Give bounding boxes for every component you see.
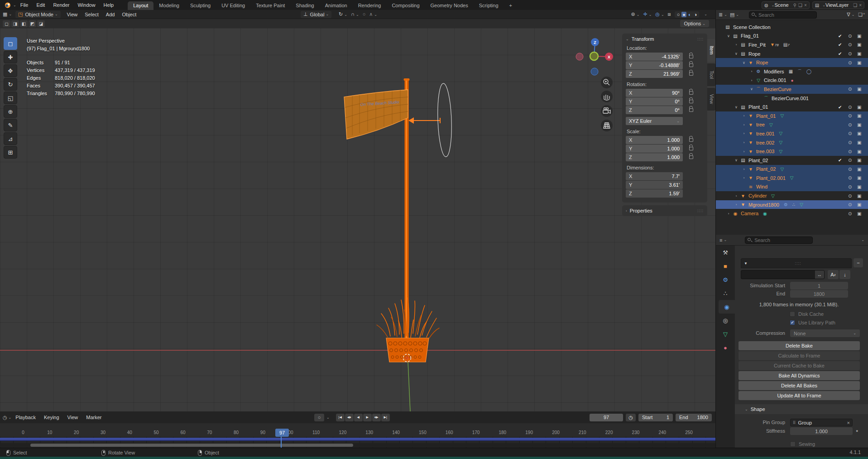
transform-value-field[interactable]: X90°: [626, 89, 683, 97]
object-name[interactable]: BezierCurve: [764, 87, 791, 92]
disable-render-icon[interactable]: ▣: [857, 51, 861, 56]
filter-icon[interactable]: ∇: [847, 12, 850, 18]
object-name[interactable]: BezierCurve.001: [772, 96, 809, 101]
bake-button[interactable]: Calculate to Frame: [739, 351, 860, 360]
tool-button[interactable]: ✎: [4, 119, 17, 131]
playback-button[interactable]: ▶: [363, 414, 372, 421]
hide-viewport-icon[interactable]: ⊙: [848, 87, 852, 92]
hide-viewport-icon[interactable]: ⊙: [848, 122, 852, 127]
tool-button[interactable]: ◱: [4, 92, 17, 104]
object-name[interactable]: Fire_Pit: [748, 42, 766, 48]
object-name[interactable]: tree.001: [756, 131, 774, 136]
sim-start-field[interactable]: 1: [790, 282, 848, 290]
workspace-tab[interactable]: Texture Paint: [250, 1, 290, 10]
outliner-row[interactable]: › ▼ Plant_02.001 ▽ ⊙ ▣: [716, 174, 868, 183]
mode-selector[interactable]: ◳ Object Mode⌄: [15, 11, 60, 18]
expander-icon[interactable]: ›: [733, 43, 739, 47]
timeline-menu-item[interactable]: Keying: [40, 415, 63, 420]
timeline-menu-item[interactable]: View: [63, 415, 82, 420]
properties-search-input[interactable]: [745, 237, 813, 244]
outliner-row[interactable]: › ▼ Cylinder ▽ ⊙ ▣: [716, 191, 868, 200]
unlink-scene-icon[interactable]: ×: [804, 3, 807, 8]
workspace-tab[interactable]: Scripting: [474, 1, 504, 10]
hide-viewport-icon[interactable]: ⊙: [848, 51, 852, 56]
disable-render-icon[interactable]: ▣: [857, 131, 861, 136]
disable-render-icon[interactable]: ▣: [857, 158, 861, 163]
bake-button[interactable]: Update All to Frame: [739, 391, 860, 400]
disable-render-icon[interactable]: ▣: [857, 175, 861, 180]
properties-tab[interactable]: ◉: [719, 300, 735, 314]
sim-end-field[interactable]: 1800: [790, 290, 848, 298]
viewport-toggle-icon[interactable]: ◎⌄: [655, 11, 664, 17]
outliner-row[interactable]: › ▼ tree.003 ▽ ⊙ ▣: [716, 147, 868, 156]
properties-panel-header[interactable]: › Properties ::::: [626, 208, 704, 213]
new-collection-icon[interactable]: ❏⁺: [858, 12, 865, 18]
expander-icon[interactable]: ›: [741, 114, 747, 118]
transform-value-field[interactable]: Y1.000: [626, 145, 683, 153]
outliner-row[interactable]: ≋ Wind ⊙ ▣: [716, 183, 868, 192]
lock-icon[interactable]: [689, 63, 693, 67]
expander-icon[interactable]: ›: [725, 212, 732, 216]
hide-viewport-icon[interactable]: ⊙: [848, 105, 852, 110]
cache-name-field[interactable]: ↔: [741, 270, 825, 279]
new-viewlayer-icon[interactable]: ❏: [853, 3, 857, 8]
disable-render-icon[interactable]: ▣: [857, 140, 861, 145]
lock-icon[interactable]: [689, 108, 693, 112]
header-toggle-icon[interactable]: ∧⌄: [369, 11, 377, 17]
editor-type-icon[interactable]: ▦: [3, 11, 7, 17]
viewlayer-selector[interactable]: ▤⌄ ViewLayer ❏ ×: [812, 1, 864, 9]
select-mode-icon[interactable]: ◩: [29, 20, 36, 27]
transform-value-field[interactable]: X7.7': [626, 172, 683, 180]
transform-panel-header[interactable]: ⌄ Transform ::::: [626, 36, 704, 42]
viewport-menu-item[interactable]: Add: [102, 12, 119, 17]
new-scene-icon[interactable]: ❏: [798, 3, 802, 8]
disable-render-icon[interactable]: ▣: [857, 60, 861, 65]
object-name[interactable]: Circle.001: [764, 77, 786, 83]
app-menu-chevron[interactable]: ⌄: [13, 3, 16, 7]
disable-render-icon[interactable]: ▣: [857, 105, 861, 110]
tool-button[interactable]: ✥: [4, 64, 17, 77]
shading-mode-icon[interactable]: ◐: [687, 12, 692, 17]
disable-render-icon[interactable]: ▣: [857, 211, 861, 216]
header-toggle-icon[interactable]: ↻⌄: [339, 11, 347, 17]
outliner-row[interactable]: ▤ Scene Collection: [716, 23, 868, 32]
object-name[interactable]: Plant_02: [748, 158, 768, 163]
hide-viewport-icon[interactable]: ⊙: [848, 167, 852, 172]
scene-name[interactable]: Scene: [775, 2, 789, 8]
expander-icon[interactable]: ∨: [748, 87, 755, 91]
transform-value-field[interactable]: X-4.1325': [626, 53, 683, 61]
hide-viewport-icon[interactable]: ⊙: [848, 202, 852, 207]
object-name[interactable]: Rope: [756, 60, 768, 65]
current-frame-badge[interactable]: 97: [275, 429, 289, 437]
workspace-tab[interactable]: Animation: [320, 1, 353, 10]
outliner-row[interactable]: ∨ ▼ Rope ⊙ ▣: [716, 58, 868, 67]
viewport-canvas[interactable]: On The Beach Studio: [0, 28, 715, 411]
timeline-menu-item[interactable]: Playback: [11, 415, 40, 420]
workspace-tab[interactable]: Modeling: [153, 1, 185, 10]
bake-button[interactable]: Delete All Bakes: [739, 381, 860, 390]
disable-render-icon[interactable]: ▣: [857, 122, 861, 127]
stopwatch-icon[interactable]: ◷: [626, 414, 636, 421]
cache-external-icon[interactable]: ↔: [815, 271, 824, 279]
object-name[interactable]: Rope: [748, 51, 760, 57]
hide-viewport-icon[interactable]: ⊙: [848, 193, 852, 198]
frame-end-field[interactable]: End1800: [676, 414, 712, 421]
workspace-tab[interactable]: Sculpting: [185, 1, 216, 10]
disable-render-icon[interactable]: ▣: [857, 202, 861, 207]
menu-item[interactable]: Help: [100, 2, 118, 8]
object-name[interactable]: Plant_02: [756, 166, 776, 172]
hide-viewport-icon[interactable]: ⊙: [848, 140, 852, 145]
timeline-scrollbar[interactable]: [0, 443, 715, 447]
sidebar-tab[interactable]: View: [707, 88, 715, 111]
expander-icon[interactable]: ›: [741, 131, 747, 135]
expander-icon[interactable]: ›: [748, 78, 755, 82]
expander-icon[interactable]: ›: [741, 123, 747, 127]
lock-icon[interactable]: [689, 155, 693, 159]
outliner-search-input[interactable]: [749, 11, 817, 19]
outliner-display-mode-icon[interactable]: ≣: [719, 12, 723, 18]
playback-button[interactable]: ◀: [354, 414, 363, 421]
shape-panel-header[interactable]: ⌄Shape: [735, 404, 868, 414]
workspace-tab[interactable]: Compositing: [386, 1, 425, 10]
outliner-row[interactable]: › ▼ Plant_01 ▽ ⊙ ▣: [716, 111, 868, 121]
outliner-row[interactable]: › ▼ tree.002 ▽ ⊙ ▣: [716, 138, 868, 147]
